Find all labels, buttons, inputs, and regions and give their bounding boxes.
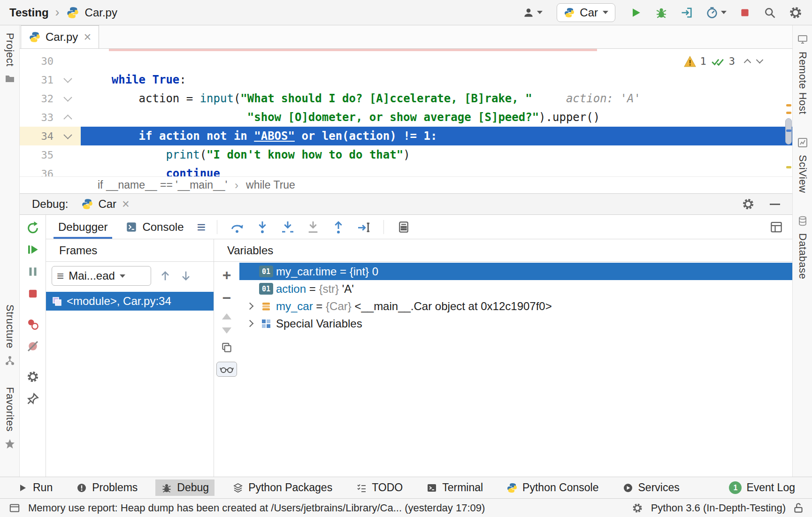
- frame-row[interactable]: <module>, Car.py:34: [46, 292, 214, 311]
- memory-indicator-icon[interactable]: [8, 502, 21, 514]
- code-text[interactable]: print("I don't know how to do that"): [81, 145, 792, 164]
- step-into-my-code-button[interactable]: [279, 219, 296, 236]
- lock-icon[interactable]: [793, 502, 804, 514]
- line-number[interactable]: 31: [20, 74, 54, 86]
- fold-marker-icon[interactable]: [63, 114, 72, 123]
- toolwindow-button-todo[interactable]: TODO: [350, 479, 408, 496]
- view-breakpoints-button[interactable]: [25, 316, 41, 332]
- stripe-favorites-button[interactable]: Favorites: [4, 387, 16, 432]
- toolwindow-button-debug[interactable]: Debug: [155, 479, 214, 496]
- layout-menu-icon[interactable]: ≡: [197, 220, 206, 235]
- add-watch-button[interactable]: +: [222, 267, 231, 282]
- line-number[interactable]: 34: [20, 130, 54, 142]
- code-text[interactable]: while True:: [81, 70, 792, 89]
- toolwindow-button-problems[interactable]: Problems: [70, 479, 143, 496]
- remove-watch-button[interactable]: −: [222, 290, 231, 305]
- next-frame-button[interactable]: [179, 269, 192, 282]
- step-over-button[interactable]: [229, 219, 245, 236]
- previous-frame-button[interactable]: [159, 269, 172, 282]
- fold-marker-icon[interactable]: [63, 74, 72, 83]
- breadcrumb-project[interactable]: Testing: [9, 6, 49, 19]
- interpreter-settings-icon[interactable]: [631, 502, 643, 514]
- debugger-settings-button[interactable]: [25, 369, 41, 385]
- prev-problem-icon[interactable]: [744, 59, 751, 67]
- code-text[interactable]: action = input("What should I do? [A]cce…: [81, 89, 792, 108]
- variable-row[interactable]: Special Variables: [239, 315, 792, 332]
- coverage-button[interactable]: [680, 6, 693, 19]
- tab-close-icon[interactable]: ×: [122, 198, 130, 211]
- move-watch-down-button[interactable]: [222, 327, 231, 334]
- stripe-database-button[interactable]: Database: [797, 233, 809, 279]
- toolwindow-button-run[interactable]: Run: [11, 479, 58, 496]
- debug-session-tab[interactable]: Car ×: [81, 198, 129, 211]
- user-account-button[interactable]: [522, 7, 543, 19]
- scrollbar-warning-mark[interactable]: [786, 112, 791, 114]
- toolwindow-button-python[interactable]: Python Console: [501, 479, 604, 496]
- line-number[interactable]: 36: [20, 168, 54, 177]
- line-number[interactable]: 33: [20, 112, 54, 123]
- breadcrumb-while-true[interactable]: while True: [246, 179, 295, 191]
- tab-console[interactable]: Console: [121, 215, 188, 239]
- code-text[interactable]: if action not in "ABOS" or len(action) !…: [81, 127, 792, 145]
- line-number[interactable]: 35: [20, 149, 54, 161]
- run-to-cursor-button[interactable]: [355, 219, 372, 236]
- search-everywhere-button[interactable]: [763, 6, 776, 19]
- tab-debugger[interactable]: Debugger: [54, 215, 112, 239]
- toolwindow-button-packages[interactable]: Python Packages: [227, 479, 338, 496]
- fold-marker-icon[interactable]: [63, 93, 72, 101]
- mute-breakpoints-button[interactable]: [25, 338, 41, 354]
- inspections-widget[interactable]: 1 3: [681, 54, 766, 68]
- expand-chevron-icon[interactable]: [243, 317, 256, 330]
- editor-scrollbar[interactable]: [784, 49, 792, 176]
- expand-chevron-icon[interactable]: [243, 300, 256, 313]
- stripe-sciview-button[interactable]: SciView: [797, 155, 809, 193]
- rerun-button[interactable]: [25, 220, 41, 236]
- restore-layout-icon[interactable]: [768, 219, 785, 236]
- toolwindow-button-terminal[interactable]: Terminal: [421, 479, 489, 496]
- step-out-button[interactable]: [330, 219, 347, 236]
- code-text[interactable]: "show [O]dometer, or show average [S]pee…: [81, 108, 792, 127]
- force-step-into-button[interactable]: [305, 219, 322, 236]
- evaluate-expression-button[interactable]: [395, 219, 412, 236]
- profiler-button[interactable]: [705, 6, 727, 19]
- stop-debug-button[interactable]: [25, 286, 41, 302]
- resume-button[interactable]: [25, 242, 41, 258]
- scrollbar-warning-mark[interactable]: [786, 104, 791, 106]
- step-into-button[interactable]: [254, 219, 271, 236]
- toolwindow-button-services[interactable]: Services: [617, 479, 685, 496]
- breadcrumb-file[interactable]: Car.py: [85, 6, 117, 19]
- code-editor[interactable]: 3031 while True:32 action = input("What …: [20, 49, 792, 176]
- python-interpreter-widget[interactable]: Python 3.6 (In-Depth-Testing): [651, 502, 786, 514]
- scrollbar-note-mark[interactable]: [786, 166, 791, 168]
- debug-button[interactable]: [655, 6, 668, 19]
- variable-row[interactable]: 01my_car.time = {int} 0: [239, 263, 792, 280]
- stripe-structure-button[interactable]: Structure: [4, 304, 16, 349]
- line-number[interactable]: 32: [20, 93, 54, 105]
- tab-close-icon[interactable]: ×: [84, 31, 91, 44]
- show-watches-toggle[interactable]: [216, 362, 237, 377]
- status-message[interactable]: Memory use report: Heap dump has been cr…: [28, 502, 485, 514]
- pause-button[interactable]: [25, 264, 41, 280]
- duplicate-watch-button[interactable]: [221, 342, 233, 354]
- thread-selector[interactable]: ≡ Mai...ead: [52, 266, 151, 286]
- run-configuration-select[interactable]: Car: [557, 3, 615, 22]
- next-problem-icon[interactable]: [756, 56, 764, 64]
- settings-gear-icon[interactable]: [742, 198, 755, 211]
- stripe-project-button[interactable]: Project: [4, 33, 16, 67]
- variable-row[interactable]: 01action = {str} 'A': [239, 280, 792, 297]
- settings-button[interactable]: [789, 6, 803, 20]
- stripe-remote-host-button[interactable]: Remote Host: [797, 52, 809, 114]
- move-watch-up-button[interactable]: [222, 313, 231, 319]
- breadcrumb-if-main[interactable]: if __name__ == '__main__': [98, 179, 227, 191]
- editor-tab-carpy[interactable]: Car.py ×: [21, 25, 99, 48]
- run-button[interactable]: [629, 6, 643, 19]
- pin-tab-button[interactable]: [25, 391, 41, 407]
- stop-button[interactable]: [739, 7, 751, 19]
- hide-toolwindow-icon[interactable]: [770, 204, 780, 205]
- code-text[interactable]: continue: [81, 164, 792, 176]
- line-number[interactable]: 30: [20, 55, 54, 67]
- fold-marker-icon[interactable]: [63, 130, 72, 139]
- scrollbar-exec-mark[interactable]: [786, 129, 791, 132]
- variable-row[interactable]: my_car = {Car} <__main__.Car object at 0…: [239, 297, 792, 315]
- toolwindow-button-event[interactable]: 1Event Log: [723, 479, 801, 496]
